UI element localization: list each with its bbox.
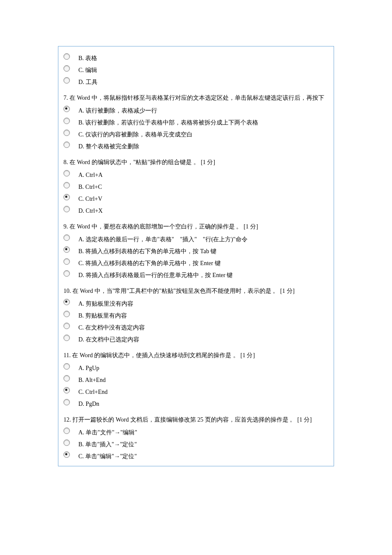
option-text: B. Ctrl+C [78, 181, 102, 191]
option-text: C. 在文档中没有选定内容 [78, 322, 145, 332]
option-row: A. Ctrl+A [63, 169, 329, 179]
option-text: B. Alt+End [78, 374, 106, 384]
radio-button[interactable] [63, 375, 70, 382]
radio-button[interactable] [63, 399, 70, 405]
radio-button[interactable] [63, 170, 70, 176]
option-row: B. 该行被删除，若该行位于表格中部，表格将被拆分成上下两个表格 [63, 117, 329, 127]
radio-button[interactable] [63, 106, 70, 112]
option-row: D. 整个表格被完全删除 [63, 141, 329, 151]
radio-button[interactable] [63, 142, 70, 148]
option-text: A. 剪贴板里没有内容 [78, 298, 133, 308]
radio-button[interactable] [63, 118, 70, 124]
radio-button[interactable] [63, 335, 70, 341]
option-row: C. Ctrl+V [63, 193, 329, 203]
option-row: D. 将插入点移到表格最后一行的任意单元格中，按 Enter 键 [63, 269, 329, 280]
radio-button[interactable] [63, 451, 70, 458]
option-text: D. 整个表格被完全删除 [78, 141, 139, 151]
radio-button[interactable] [63, 270, 70, 277]
option-row: A. PgUp [63, 362, 329, 373]
option-text: A. PgUp [78, 362, 99, 373]
radio-button[interactable] [63, 311, 70, 317]
option-text: B. 该行被删除，若该行位于表格中部，表格将被拆分成上下两个表格 [78, 117, 258, 127]
radio-button[interactable] [63, 428, 70, 434]
radio-button[interactable] [63, 258, 70, 265]
option-text: C. Ctrl+V [78, 193, 102, 203]
option-text: B. 表格 [78, 52, 97, 63]
option-text: C. 单击"编辑"→"定位" [78, 451, 137, 461]
option-row: C. 将插入点移到表格的右下角的单元格中，按 Enter 键 [63, 257, 329, 268]
option-text: A. 该行被删除，表格减少一行 [78, 105, 157, 115]
option-row: C. Ctrl+End [63, 386, 329, 396]
option-text: C. 仅该行的内容被删除，表格单元变成空白 [78, 129, 193, 139]
radio-button[interactable] [63, 439, 70, 446]
radio-button[interactable] [63, 323, 70, 329]
radio-button[interactable] [63, 234, 70, 241]
option-row: C. 仅该行的内容被删除，表格单元变成空白 [63, 129, 329, 139]
option-row: B. 剪贴板里有内容 [63, 310, 329, 320]
question-text: 7. 在 Word 中，将鼠标指针移至与表格某行对应的文本选定区处，单击鼠标左键… [63, 93, 329, 102]
option-row: B. 表格 [63, 52, 329, 63]
option-row: B. Ctrl+C [63, 181, 329, 191]
option-row: A. 单击"文件"→"编辑" [63, 427, 329, 437]
question-text: 9. 在 Word 中，要想在表格的底部增加一个空白行，正确的操作是 。 [1 … [63, 222, 329, 231]
option-row: A. 剪贴板里没有内容 [63, 298, 329, 308]
option-text: D. 将插入点移到表格最后一行的任意单元格中，按 Enter 键 [78, 269, 233, 280]
option-text: C. 编辑 [78, 64, 97, 75]
option-text: D. PgDn [78, 398, 99, 408]
radio-button[interactable] [63, 130, 70, 136]
option-text: A. Ctrl+A [78, 169, 103, 179]
radio-button[interactable] [63, 194, 70, 200]
option-row: D. 在文档中已选定内容 [63, 334, 329, 344]
radio-button[interactable] [63, 387, 70, 393]
radio-button[interactable] [63, 77, 70, 84]
radio-button[interactable] [63, 53, 70, 60]
option-row: B. Alt+End [63, 374, 329, 384]
question-text: 10. 在 Word 中，当"常用"工具栏中的"粘贴"按钮呈灰色而不能使用时，表… [63, 286, 329, 295]
radio-button[interactable] [63, 182, 70, 188]
option-text: D. 在文档中已选定内容 [78, 334, 139, 344]
question-text: 12. 打开一篇较长的 Word 文档后，直接编辑修改第 25 页的内容，应首先… [63, 415, 329, 424]
radio-button[interactable] [63, 299, 70, 305]
option-text: B. 单击"插入"→"定位" [78, 439, 137, 449]
option-row: A. 选定表格的最后一行，单击"表格" "插入" "行(在上方)"命令 [63, 234, 329, 244]
option-row: C. 在文档中没有选定内容 [63, 322, 329, 332]
radio-button[interactable] [63, 206, 70, 212]
quiz-page: B. 表格C. 编辑D. 工具7. 在 Word 中，将鼠标指针移至与表格某行对… [58, 46, 334, 466]
option-row: D. Ctrl+X [63, 205, 329, 215]
option-row: D. 工具 [63, 76, 329, 87]
option-row: B. 将插入点移到表格的右下角的单元格中，按 Tab 键 [63, 246, 329, 256]
radio-button[interactable] [63, 65, 70, 72]
option-text: A. 选定表格的最后一行，单击"表格" "插入" "行(在上方)"命令 [78, 234, 248, 244]
option-text: C. 将插入点移到表格的右下角的单元格中，按 Enter 键 [78, 257, 221, 268]
radio-button[interactable] [63, 363, 70, 370]
question-text: 8. 在 Word 的编辑状态中，"粘贴"操作的组合键是 。 [1 分] [63, 158, 329, 167]
option-text: D. 工具 [78, 76, 98, 87]
option-row: D. PgDn [63, 398, 329, 408]
option-text: B. 剪贴板里有内容 [78, 310, 127, 320]
option-text: C. Ctrl+End [78, 386, 108, 396]
option-row: A. 该行被删除，表格减少一行 [63, 105, 329, 115]
option-row: C. 单击"编辑"→"定位" [63, 451, 329, 461]
option-text: D. Ctrl+X [78, 205, 103, 215]
option-row: C. 编辑 [63, 64, 329, 75]
radio-button[interactable] [63, 246, 70, 253]
option-row: B. 单击"插入"→"定位" [63, 439, 329, 449]
option-text: A. 单击"文件"→"编辑" [78, 427, 137, 437]
option-text: B. 将插入点移到表格的右下角的单元格中，按 Tab 键 [78, 246, 216, 256]
question-text: 11. 在 Word 的编辑状态中，使插入点快速移动到文档尾的操作是 。 [1 … [63, 351, 329, 360]
